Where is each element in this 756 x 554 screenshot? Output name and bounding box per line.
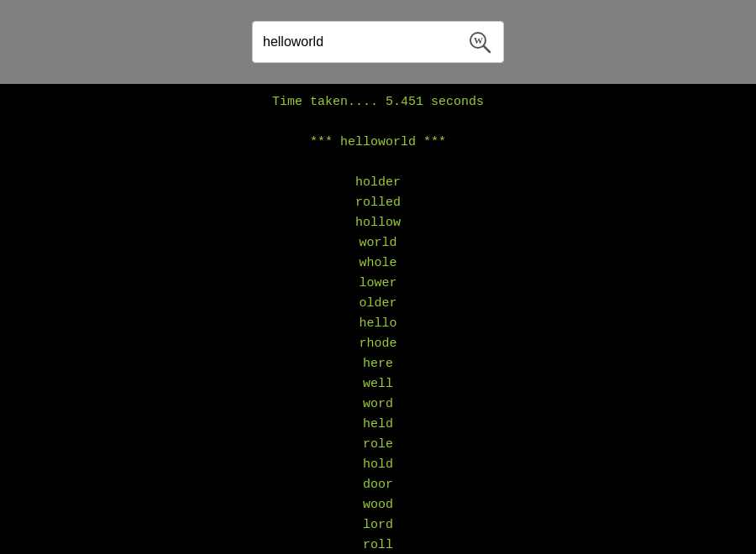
terminal[interactable]: Time taken.... 5.451 seconds *** hellowo…: [0, 84, 756, 554]
list-item: holder: [0, 173, 756, 193]
search-icon[interactable]: W: [466, 29, 493, 55]
empty-line-2: [0, 153, 756, 173]
list-item: older: [0, 294, 756, 314]
search-input[interactable]: helloworld: [263, 34, 466, 50]
list-item: well: [0, 374, 756, 395]
list-item: rhode: [0, 334, 756, 354]
list-item: door: [0, 475, 756, 495]
list-item: roll: [0, 536, 756, 554]
list-item: world: [0, 233, 756, 253]
list-item: whole: [0, 253, 756, 274]
list-item: lower: [0, 274, 756, 294]
header: helloworld W: [0, 0, 756, 84]
search-bar[interactable]: helloworld W: [252, 21, 504, 63]
svg-line-2: [484, 46, 490, 52]
list-item: word: [0, 395, 756, 415]
empty-line: [0, 112, 756, 133]
svg-text:W: W: [474, 35, 483, 45]
word-list: holderrolledhollowworldwholelowerolderhe…: [0, 173, 756, 554]
time-line: Time taken.... 5.451 seconds: [0, 92, 756, 112]
list-item: lord: [0, 515, 756, 536]
list-item: hollow: [0, 213, 756, 233]
list-item: hold: [0, 455, 756, 475]
list-item: hello: [0, 314, 756, 334]
list-item: held: [0, 415, 756, 435]
list-item: rolled: [0, 193, 756, 213]
title-line: *** helloworld ***: [0, 133, 756, 153]
terminal-content: Time taken.... 5.451 seconds *** hellowo…: [0, 92, 756, 554]
list-item: wood: [0, 495, 756, 515]
list-item: role: [0, 435, 756, 455]
list-item: here: [0, 354, 756, 374]
